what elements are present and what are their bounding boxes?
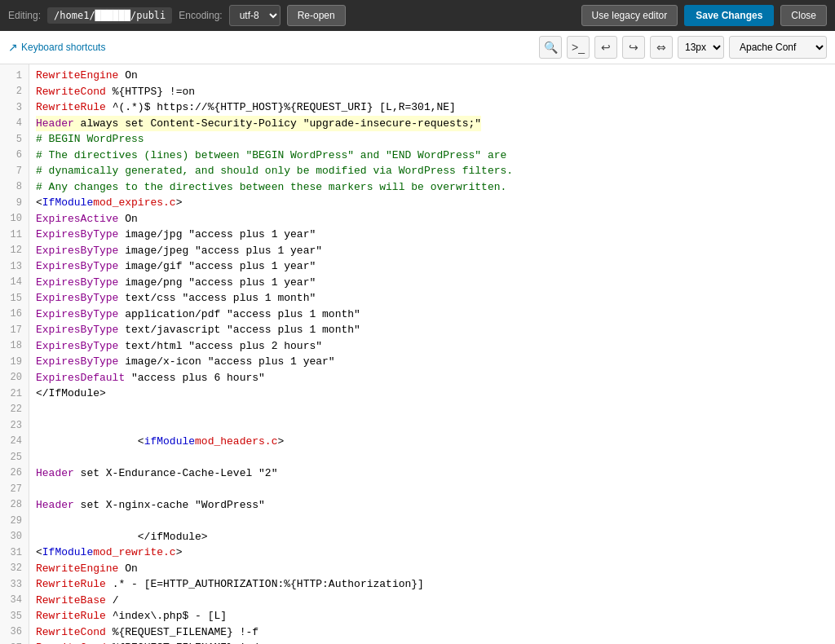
reopen-button[interactable]: Re-open — [287, 5, 346, 26]
code-line: ExpiresDefault "access plus 6 hours" — [36, 370, 828, 386]
redo-button[interactable]: ↪ — [622, 36, 645, 59]
code-line: ExpiresByType image/gif "access plus 1 y… — [36, 258, 828, 275]
code-line: </IfModule> — [36, 386, 828, 402]
code-line: ExpiresByType text/html "access plus 2 h… — [36, 338, 828, 355]
code-line: Header set X-nginx-cache "WordPress" — [36, 497, 828, 514]
code-line: ExpiresByType image/jpg "access plus 1 y… — [36, 227, 828, 243]
language-select[interactable]: Apache Conf Plain Text PHP JavaScript — [729, 36, 827, 59]
undo-button[interactable]: ↩ — [594, 36, 617, 59]
code-line: RewriteCond %{HTTPS} !=on — [36, 84, 828, 100]
terminal-button[interactable]: >_ — [567, 36, 590, 59]
second-toolbar: ↗ Keyboard shortcuts 🔍 >_ ↩ ↪ ⇔ 13px 11p… — [0, 31, 835, 64]
code-line: RewriteRule .* - [E=HTTP_AUTHORIZATION:%… — [36, 576, 828, 593]
code-line: <IfModule mod_rewrite.c> — [36, 545, 828, 561]
code-line: Header set X-Endurance-Cache-Level "2" — [36, 465, 828, 482]
code-line: RewriteBase / — [36, 593, 828, 609]
keyboard-shortcuts-label: Keyboard shortcuts — [21, 42, 105, 53]
code-line: # dynamically generated, and should only… — [36, 163, 828, 179]
code-line: RewriteCond %{REQUEST_FILENAME} !-f — [36, 624, 828, 641]
code-line: RewriteEngine On — [36, 68, 828, 84]
code-line — [36, 513, 828, 529]
code-line: RewriteEngine On — [36, 561, 828, 577]
search-button[interactable]: 🔍 — [539, 36, 562, 59]
top-toolbar: Editing: /home1/██████/publi Encoding: u… — [0, 0, 835, 31]
code-line: ExpiresByType text/css "access plus 1 mo… — [36, 290, 828, 307]
code-content[interactable]: RewriteEngine OnRewriteCond %{HTTPS} !=o… — [29, 64, 835, 644]
legacy-editor-button[interactable]: Use legacy editor — [581, 5, 678, 26]
line-numbers: 1234567891011121314151617181920212223242… — [0, 64, 29, 644]
editor-area[interactable]: 1234567891011121314151617181920212223242… — [0, 64, 835, 644]
code-line: ExpiresByType text/javascript "access pl… — [36, 322, 828, 338]
code-line: ExpiresByType image/jpeg "access plus 1 … — [36, 243, 828, 259]
code-line — [36, 402, 828, 418]
code-line: ExpiresByType application/pdf "access pl… — [36, 307, 828, 323]
code-line — [36, 449, 828, 465]
external-link-icon: ↗ — [8, 41, 18, 54]
code-line: RewriteRule ^(.*)$ https://%{HTTP_HOST}%… — [36, 99, 828, 116]
wrap-button[interactable]: ⇔ — [650, 36, 673, 59]
code-line: RewriteRule ^index\.php$ - [L] — [36, 608, 828, 624]
code-line: <IfModule mod_expires.c> — [36, 195, 828, 211]
code-line: Header always set Content-Security-Polic… — [36, 116, 828, 132]
code-line: # BEGIN WordPress — [36, 131, 828, 148]
encoding-select[interactable]: utf-8 — [229, 5, 281, 26]
code-line — [36, 417, 828, 434]
code-line: # The directives (lines) between "BEGIN … — [36, 148, 828, 164]
code-line: ExpiresActive On — [36, 211, 828, 227]
code-line: RewriteCond %{REQUEST_FILENAME} !-d — [36, 640, 828, 644]
keyboard-shortcuts-link[interactable]: ↗ Keyboard shortcuts — [8, 41, 105, 54]
code-line: # Any changes to the directives between … — [36, 179, 828, 196]
code-line: </ifModule> — [36, 529, 828, 545]
code-line: ExpiresByType image/png "access plus 1 y… — [36, 275, 828, 291]
code-line — [36, 481, 828, 497]
code-line: <ifModule mod_headers.c> — [36, 434, 828, 450]
file-path: /home1/██████/publi — [47, 7, 172, 24]
encoding-label: Encoding: — [179, 10, 222, 21]
code-line: ExpiresByType image/x-icon "access plus … — [36, 354, 828, 370]
save-changes-button[interactable]: Save Changes — [684, 5, 774, 26]
close-button[interactable]: Close — [780, 5, 827, 26]
font-size-select[interactable]: 13px 11px 14px 16px — [678, 36, 724, 59]
editing-label: Editing: — [8, 10, 41, 21]
